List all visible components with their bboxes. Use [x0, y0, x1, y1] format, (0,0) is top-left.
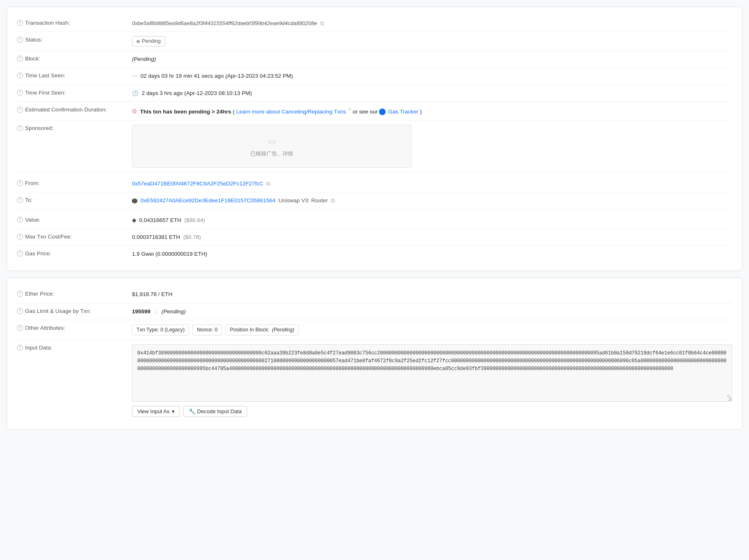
max-txn-cost-row: ? Max Txn Cost/Fee: 0.0003716381 ETH ($0… [17, 229, 732, 246]
max-txn-cost-help-icon[interactable]: ? [17, 234, 23, 240]
value-amount: ◆ 0.04316657 ETH ($90.64) [132, 216, 732, 224]
status-help-icon[interactable]: ? [17, 37, 23, 43]
decode-icon: 🔧 [189, 408, 195, 414]
input-data-help-icon[interactable]: ? [17, 345, 23, 351]
eth-diamond-icon: ◆ [132, 217, 136, 223]
gas-price-label: ? Gas Price: [17, 250, 132, 257]
status-dot [136, 40, 140, 43]
spacer [17, 172, 732, 176]
time-last-seen-value: ⋯ 02 days 03 hr 19 min 41 secs ago (Apr-… [132, 72, 732, 80]
status-label: ? Status: [17, 36, 132, 43]
value-label: ? Value: [17, 216, 132, 223]
transaction-card-1: ? Transaction Hash: 0xbe5af8b8885ea9d6ae… [7, 7, 742, 271]
to-help-icon[interactable]: ? [17, 197, 23, 203]
gas-price-value: 1.9 Gwei (0.0000000019 ETH) [132, 250, 732, 258]
decode-input-data-button[interactable]: 🔧 Decode Input Data [183, 406, 247, 417]
to-label: ? To: [17, 197, 132, 203]
to-copy-icon[interactable]: ⧉ [331, 197, 335, 205]
from-label: ? From: [17, 180, 132, 186]
to-row: ? To: 0xE592427A0AEce92De3Edee1F18E0157C… [17, 192, 732, 209]
other-attributes-help-icon[interactable]: ? [17, 325, 23, 331]
gas-price-row: ? Gas Price: 1.9 Gwei (0.0000000019 ETH) [17, 246, 732, 262]
txn-type-badge: Txn Type: 0 (Legacy) [132, 324, 189, 336]
time-first-seen-row: ? Time First Seen: 🕐 2 days 3 hrs ago (A… [17, 85, 732, 102]
max-txn-cost-value: 0.0003716381 ETH ($0.78) [132, 233, 732, 241]
status-value: Pending [132, 36, 732, 46]
sponsored-value: ▭ 已移除广告。详情 [132, 125, 732, 168]
from-help-icon[interactable]: ? [17, 180, 23, 186]
input-data-container: 0x414bf389000000000000000000000000000000… [132, 344, 732, 417]
block-label: ? Block: [17, 55, 132, 62]
gas-tracker-icon [379, 109, 386, 115]
to-value: 0xE592427A0AEce92De3Edee1F18E0157C058615… [132, 197, 732, 205]
chevron-down-icon: ▾ [172, 408, 175, 414]
gas-tracker-link[interactable]: Gas Tracker [388, 108, 418, 114]
sponsored-box: ▭ 已移除广告。详情 [132, 125, 411, 168]
from-value: 0x57eaD471BE0fAf4672F8C9A2F25eD2Fc12F27f… [132, 180, 732, 188]
time-last-seen-help-icon[interactable]: ? [17, 72, 23, 79]
other-attributes-row: ? Other Attributes: Txn Type: 0 (Legacy)… [17, 320, 732, 340]
to-contract-name: Uniswap V3: Router [279, 197, 328, 204]
gas-limit-help-icon[interactable]: ? [17, 308, 23, 314]
max-txn-cost-label: ? Max Txn Cost/Fee: [17, 233, 132, 240]
transaction-hash-copy-icon[interactable]: ⧉ [320, 19, 324, 28]
from-row: ? From: 0x57eaD471BE0fAf4672F8C9A2F25eD2… [17, 176, 732, 192]
sponsored-row: ? Sponsored: ▭ 已移除广告。详情 [17, 120, 732, 173]
estimated-confirmation-label: ? Estimated Confirmation Duration: [17, 106, 132, 113]
estimated-confirmation-row: ? Estimated Confirmation Duration: ⊙ Thi… [17, 102, 732, 120]
input-data-row: ? Input Data: 0x414bf3890000000000000000… [17, 340, 732, 421]
transaction-card-2: ? Ether Price: $1,918.78 / ETH ? Gas Lim… [7, 278, 742, 429]
nonce-badge: Nonce: 0 [192, 324, 222, 336]
value-row: ? Value: ◆ 0.04316657 ETH ($90.64) [17, 212, 732, 229]
gas-limit-value: 195599 | (Pending) [132, 308, 732, 316]
other-attributes-value: Txn Type: 0 (Legacy) Nonce: 0 Position I… [132, 324, 732, 336]
input-data-box: 0x414bf389000000000000000000000000000000… [132, 344, 732, 402]
attribute-badges: Txn Type: 0 (Legacy) Nonce: 0 Position I… [132, 324, 732, 336]
time-last-seen-label: ? Time Last Seen: [17, 72, 132, 79]
view-input-as-button[interactable]: View Input As ▾ [132, 406, 180, 417]
transaction-hash-label: ? Transaction Hash: [17, 19, 132, 26]
estimated-confirmation-value: ⊙ This txn has been pending > 24hrs ( Le… [132, 106, 732, 116]
transaction-hash-row: ? Transaction Hash: 0xbe5af8b8885ea9d6ae… [17, 15, 732, 32]
input-actions: View Input As ▾ 🔧 Decode Input Data [132, 406, 732, 417]
status-badge: Pending [132, 36, 165, 46]
gas-limit-label: ? Gas Limit & Usage by Txn: [17, 308, 132, 314]
gas-limit-row: ? Gas Limit & Usage by Txn: 195599 | (Pe… [17, 303, 732, 320]
ether-price-value: $1,918.78 / ETH [132, 290, 732, 299]
block-value: (Pending) [132, 55, 732, 63]
to-address-link[interactable]: 0xE592427A0AEce92De3Edee1F18E0157C058615… [141, 197, 275, 204]
sponsored-help-icon[interactable]: ? [17, 125, 23, 131]
position-badge: Position In Block: (Pending) [225, 324, 299, 336]
pipe-divider: | [155, 308, 157, 315]
ad-icon: ▭ [142, 135, 401, 147]
transaction-hash-help-icon[interactable]: ? [17, 20, 23, 26]
time-first-seen-icon: 🕐 [132, 90, 139, 96]
time-last-seen-icon: ⋯ [132, 73, 137, 79]
block-row: ? Block: (Pending) [17, 51, 732, 68]
time-first-seen-value: 🕐 2 days 3 hrs ago (Apr-12-2023 08:10:13… [132, 89, 732, 97]
transaction-hash-value: 0xbe5af8b8885ea9d6ae8a2f3f44315554ff62da… [132, 19, 732, 28]
status-row: ? Status: Pending [17, 32, 732, 51]
canceling-replacing-link[interactable]: Learn more about Canceling/Replacing Txn… [236, 108, 346, 114]
warning-icon: ⊙ [132, 108, 137, 114]
ether-price-label: ? Ether Price: [17, 290, 132, 297]
resize-handle-icon: ⤡ [726, 392, 731, 401]
external-link-icon: ↗ [347, 107, 351, 112]
other-attributes-label: ? Other Attributes: [17, 324, 132, 331]
sponsored-label: ? Sponsored: [17, 125, 132, 131]
input-data-resize-wrapper: 0x414bf389000000000000000000000000000000… [132, 344, 732, 402]
gas-price-help-icon[interactable]: ? [17, 250, 23, 257]
block-help-icon[interactable]: ? [17, 56, 23, 62]
ether-price-help-icon[interactable]: ? [17, 291, 23, 297]
contract-icon [132, 198, 137, 204]
input-data-label: ? Input Data: [17, 344, 132, 351]
time-first-seen-help-icon[interactable]: ? [17, 90, 23, 96]
time-first-seen-label: ? Time First Seen: [17, 89, 132, 96]
estimated-confirmation-help-icon[interactable]: ? [17, 106, 23, 113]
from-copy-icon[interactable]: ⧉ [266, 180, 270, 188]
ether-price-row: ? Ether Price: $1,918.78 / ETH [17, 286, 732, 303]
time-last-seen-row: ? Time Last Seen: ⋯ 02 days 03 hr 19 min… [17, 68, 732, 85]
value-help-icon[interactable]: ? [17, 217, 23, 223]
from-address-link[interactable]: 0x57eaD471BE0fAf4672F8C9A2F25eD2Fc12F27f… [132, 180, 264, 187]
